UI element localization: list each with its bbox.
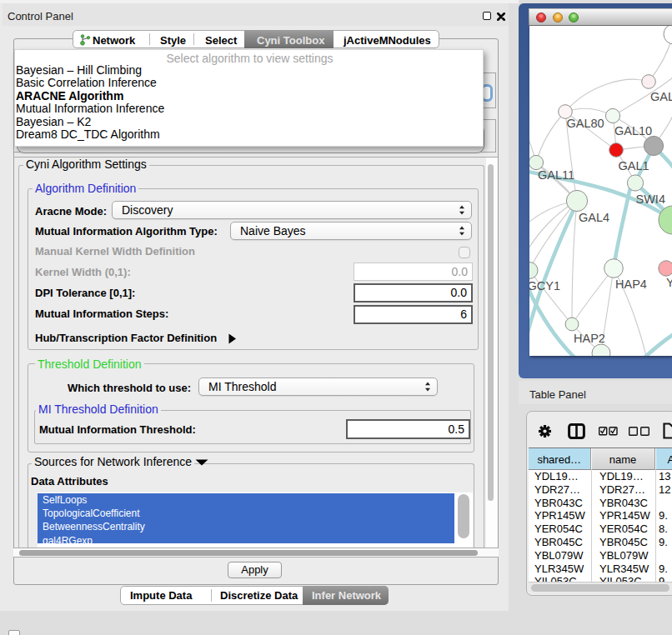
svg-text:Y: Y	[666, 276, 672, 289]
svg-text:GAL10: GAL10	[614, 124, 652, 138]
svg-text:GAL80: GAL80	[567, 117, 604, 130]
svg-text:GCY1: GCY1	[529, 279, 560, 292]
svg-text:GAL: GAL	[650, 90, 672, 103]
svg-text:HAP4: HAP4	[615, 278, 647, 291]
svg-text:HAP2: HAP2	[574, 332, 605, 345]
svg-text:SWI4: SWI4	[636, 192, 665, 206]
svg-text:GAL11: GAL11	[538, 168, 574, 182]
svg-text:GAL1: GAL1	[619, 159, 649, 172]
svg-text:GAL4: GAL4	[579, 211, 609, 224]
